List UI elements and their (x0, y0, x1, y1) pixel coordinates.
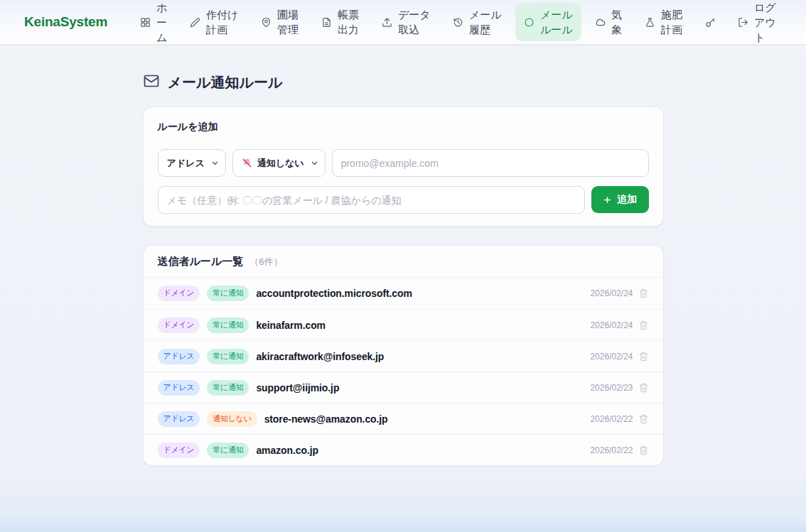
document-icon (321, 17, 332, 28)
rule-date: 2026/02/23 (590, 383, 633, 393)
rule-type-badge: ドメイン (158, 443, 200, 458)
nav-item-field-management[interactable]: 圃場管理 (252, 3, 308, 41)
top-nav: KeinaSystem ホーム 作付け計画 圃場管理 帳票出力 データ取込 メー… (0, 0, 806, 45)
delete-rule-button[interactable] (638, 351, 649, 362)
rule-row: アドレス 常に通知 akiracraftwork@infoseek.jp 202… (144, 340, 663, 371)
rule-type-badge: ドメイン (158, 286, 200, 301)
nav-item-data-import[interactable]: データ取込 (373, 3, 439, 41)
rule-type-select[interactable]: アドレス (158, 149, 226, 177)
delete-rule-button[interactable] (638, 320, 649, 331)
delete-rule-button[interactable] (638, 288, 649, 299)
page-title-text: メール通知ルール (168, 73, 283, 92)
rules-list-header: 送信者ルール一覧 （6件） (144, 246, 663, 278)
rule-action-select[interactable]: 通知しない (232, 149, 326, 177)
pencil-icon (190, 17, 200, 28)
history-icon (453, 17, 463, 28)
app-logo[interactable]: KeinaSystem (24, 14, 107, 30)
rule-action-badge: 通知しない (207, 411, 257, 427)
rule-action-select-value: 通知しない (257, 157, 304, 170)
nav-item-mail-rules[interactable]: メールルール (515, 3, 581, 41)
delete-rule-button[interactable] (638, 413, 649, 425)
nav-items: ホーム 作付け計画 圃場管理 帳票出力 データ取込 メール履歴 メールルール 気… (131, 0, 785, 49)
rule-date: 2026/02/24 (590, 288, 633, 298)
flask-icon (645, 17, 655, 28)
pin-icon (261, 17, 272, 28)
rule-row: アドレス 常に通知 support@iijmio.jp 2026/02/23 (144, 371, 663, 403)
rule-row: ドメイン 常に通知 amazon.co.jp 2026/02/22 (144, 434, 663, 465)
add-rule-button[interactable]: 追加 (591, 186, 649, 213)
rules-list-card: 送信者ルール一覧 （6件） ドメイン 常に通知 accountprotectio… (143, 245, 664, 466)
memo-input[interactable] (158, 186, 585, 214)
grid-icon (140, 17, 151, 28)
rule-value: accountprotection.microsoft.com (256, 288, 412, 299)
page: KeinaSystem ホーム 作付け計画 圃場管理 帳票出力 データ取込 メー… (0, 0, 806, 532)
nav-item-planting-plan[interactable]: 作付け計画 (181, 3, 247, 41)
nav-item-home[interactable]: ホーム (131, 0, 176, 49)
rule-action-badge: 常に通知 (207, 443, 249, 458)
rules-list-title: 送信者ルール一覧 (158, 255, 244, 268)
rules-list-count: （6件） (249, 256, 282, 268)
page-title: メール通知ルール (143, 72, 664, 92)
delete-rule-button[interactable] (638, 445, 649, 456)
rule-date: 2026/02/24 (590, 320, 633, 330)
rule-type-badge: アドレス (158, 349, 200, 364)
rule-date: 2026/02/22 (590, 445, 633, 455)
rule-action-badge: 常に通知 (207, 349, 249, 364)
rules-list-rows: ドメイン 常に通知 accountprotection.microsoft.co… (144, 278, 663, 465)
add-rule-card: ルールを追加 アドレス 通知しない (143, 107, 664, 227)
rule-type-badge: アドレス (158, 411, 200, 427)
plus-icon (603, 195, 612, 205)
rule-value: store-news@amazon.co.jp (264, 413, 388, 425)
rule-type-badge: ドメイン (158, 317, 200, 333)
rule-date: 2026/02/22 (590, 414, 633, 424)
rule-type-badge: アドレス (158, 380, 200, 396)
cloud-icon (595, 17, 606, 28)
rule-value: akiracraftwork@infoseek.jp (256, 351, 384, 362)
nav-item-key[interactable] (697, 13, 724, 32)
logout-icon (738, 17, 748, 28)
upload-icon (382, 17, 392, 28)
nav-item-mail-history[interactable]: メール履歴 (444, 3, 510, 41)
key-icon (705, 17, 716, 28)
add-rule-heading: ルールを追加 (158, 121, 649, 134)
rule-action-badge: 常に通知 (207, 380, 249, 396)
rule-type-select-value: アドレス (167, 157, 205, 170)
rule-value: keinafarm.com (256, 320, 326, 331)
address-input[interactable] (332, 149, 649, 177)
main: メール通知ルール ルールを追加 アドレス 通知しない (0, 45, 806, 532)
chevron-down-icon (211, 159, 219, 167)
add-rule-button-label: 追加 (617, 193, 637, 206)
chevron-down-icon (311, 159, 318, 167)
rule-value: amazon.co.jp (256, 445, 318, 456)
rule-row: アドレス 通知しない store-news@amazon.co.jp 2026/… (144, 403, 663, 434)
rule-row: ドメイン 常に通知 keinafarm.com 2026/02/24 (144, 309, 663, 340)
bell-off-icon (242, 158, 252, 168)
mail-icon (143, 72, 160, 92)
rule-row: ドメイン 常に通知 accountprotection.microsoft.co… (144, 278, 663, 309)
rule-date: 2026/02/24 (590, 352, 633, 362)
delete-rule-button[interactable] (638, 382, 649, 393)
rule-value: support@iijmio.jp (256, 382, 339, 393)
nav-item-report-output[interactable]: 帳票出力 (313, 3, 368, 41)
rule-action-badge: 常に通知 (207, 317, 249, 333)
nav-item-fertilization-plan[interactable]: 施肥計画 (636, 3, 692, 41)
circle-icon (524, 17, 534, 28)
nav-item-logout[interactable]: ログアウト (729, 0, 785, 49)
rule-action-badge: 常に通知 (207, 286, 249, 301)
nav-item-weather[interactable]: 気象 (586, 3, 631, 41)
